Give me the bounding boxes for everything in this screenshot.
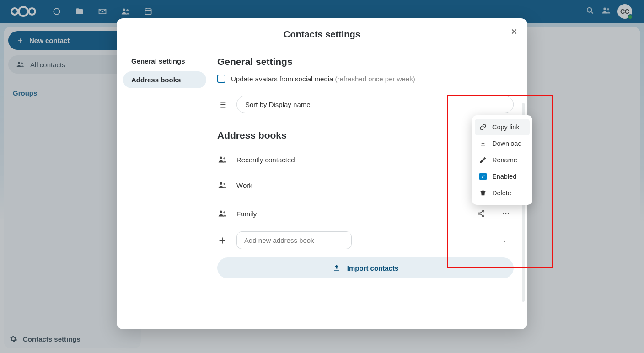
svg-point-22 xyxy=(220,211,223,214)
update-avatars-note: (refreshed once per week) xyxy=(335,75,415,83)
contacts-settings-modal: Contacts settings General settings Addre… xyxy=(117,18,527,329)
import-contacts-label: Import contacts xyxy=(347,264,399,272)
svg-point-14 xyxy=(220,182,223,185)
list-icon xyxy=(217,100,227,110)
svg-point-27 xyxy=(503,213,504,214)
people-icon xyxy=(217,180,227,190)
pencil-icon xyxy=(479,156,487,164)
address-book-name: Work xyxy=(236,182,464,189)
menu-copy-link[interactable]: Copy link xyxy=(475,119,530,135)
download-icon xyxy=(479,140,487,147)
people-icon xyxy=(217,155,227,165)
trash-icon xyxy=(479,189,487,197)
address-book-row: Family xyxy=(217,199,514,228)
nav-address-books[interactable]: Address books xyxy=(123,71,206,88)
address-book-row: Recently contacted xyxy=(217,148,514,171)
menu-enabled[interactable]: ✓ Enabled xyxy=(475,168,530,185)
modal-nav: General settings Address books xyxy=(117,48,213,329)
import-contacts-button[interactable]: Import contacts xyxy=(217,257,514,278)
general-heading: General settings xyxy=(217,56,514,67)
svg-point-29 xyxy=(508,213,509,214)
nav-general-settings[interactable]: General settings xyxy=(123,53,206,70)
sort-select[interactable]: Sort by Display name xyxy=(236,96,514,113)
plus-icon xyxy=(217,235,227,246)
link-icon xyxy=(479,123,487,131)
share-button[interactable] xyxy=(473,206,489,221)
menu-delete[interactable]: Delete xyxy=(475,185,530,201)
arrow-right-icon[interactable]: → xyxy=(498,235,507,246)
svg-point-23 xyxy=(223,211,225,213)
modal-title: Contacts settings xyxy=(117,18,527,48)
menu-label: Download xyxy=(492,140,522,147)
checkbox-checked-icon: ✓ xyxy=(479,173,487,180)
add-address-book-input[interactable] xyxy=(236,231,352,249)
address-book-name: Family xyxy=(236,210,464,218)
update-avatars-checkbox[interactable]: Update avatars from social media (refres… xyxy=(217,75,514,83)
upload-icon xyxy=(333,264,341,272)
svg-point-13 xyxy=(223,157,225,159)
menu-rename[interactable]: Rename xyxy=(475,152,530,168)
address-book-menu: Copy link Download Rename ✓ Enabled Dele… xyxy=(472,115,532,205)
svg-point-15 xyxy=(223,183,225,185)
people-icon xyxy=(217,209,227,219)
checkbox-icon xyxy=(217,75,225,83)
menu-label: Enabled xyxy=(492,173,516,180)
menu-label: Delete xyxy=(492,189,511,197)
address-book-row: Work xyxy=(217,171,514,199)
svg-point-28 xyxy=(505,213,507,214)
close-icon[interactable] xyxy=(507,25,521,38)
menu-label: Copy link xyxy=(492,123,520,131)
menu-download[interactable]: Download xyxy=(475,135,530,152)
address-books-heading: Address books xyxy=(217,130,514,141)
menu-label: Rename xyxy=(492,156,517,164)
update-avatars-label: Update avatars from social media xyxy=(231,75,333,83)
svg-point-12 xyxy=(220,157,223,160)
